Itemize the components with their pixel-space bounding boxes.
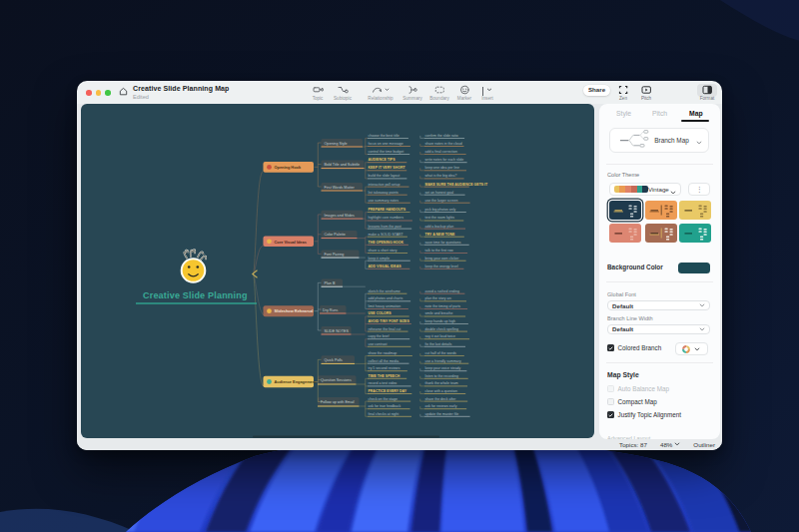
svg-text:SLIDE NOTES: SLIDE NOTES (325, 329, 350, 333)
svg-text:use the larger screen: use the larger screen (425, 199, 458, 203)
svg-text:share the deck after: share the deck after (425, 397, 457, 401)
svg-text:THE OPENING HOOK: THE OPENING HOOK (369, 241, 404, 245)
svg-text:keep the energy level: keep the energy level (425, 265, 458, 268)
svg-text:USE COLORS: USE COLORS (369, 311, 393, 315)
svg-text:Opening Style: Opening Style (325, 142, 348, 146)
svg-text:use summary notes: use summary notes (369, 199, 400, 203)
svg-text:write notes for each slide: write notes for each slide (425, 158, 464, 162)
svg-text:Slideshow Rehearsal: Slideshow Rehearsal (275, 308, 314, 313)
svg-text:limit heavy animation: limit heavy animation (369, 304, 401, 308)
svg-text:AUDIENCE TIPS: AUDIENCE TIPS (369, 158, 397, 162)
svg-text:build the slide layout: build the slide layout (369, 174, 400, 178)
svg-text:say it out loud twice: say it out loud twice (425, 334, 456, 338)
svg-text:highlight core numbers: highlight core numbers (369, 216, 404, 220)
svg-text:pick big photos only: pick big photos only (425, 208, 456, 212)
svg-text:avoid a rushed ending: avoid a rushed ending (425, 289, 459, 293)
svg-text:Creative Slide Planning: Creative Slide Planning (143, 290, 248, 300)
svg-text:interactive poll setup: interactive poll setup (369, 183, 400, 187)
svg-text:note the timing of parts: note the timing of parts (425, 304, 461, 308)
svg-text:close with a question: close with a question (425, 389, 458, 393)
svg-text:use a friendly summary: use a friendly summary (425, 359, 461, 363)
svg-text:set an honest goal: set an honest goal (425, 191, 454, 195)
svg-text:share a short story: share a short story (369, 249, 398, 253)
svg-text:copy the brief: copy the brief (369, 334, 390, 338)
svg-text:thank the whole team: thank the whole team (425, 381, 458, 385)
svg-text:PRACTICE EVERY DAY: PRACTICE EVERY DAY (369, 389, 407, 393)
svg-text:keep your voice steady: keep your voice steady (425, 366, 461, 370)
svg-text:what is the big idea?: what is the big idea? (425, 174, 457, 178)
svg-text:try 5 second reviews: try 5 second reviews (369, 366, 400, 370)
svg-text:AVOID TINY FONT SIZES: AVOID TINY FONT SIZES (369, 319, 410, 323)
svg-text:test the room lights: test the room lights (425, 216, 455, 220)
svg-text:Font Pairing: Font Pairing (325, 253, 345, 257)
svg-text:Images and Slides: Images and Slides (325, 214, 355, 218)
svg-text:confirm the slide ratio: confirm the slide ratio (425, 134, 458, 138)
svg-text:Opening Hook: Opening Hook (275, 165, 302, 170)
svg-text:Color Palette: Color Palette (325, 233, 346, 237)
svg-text:fix the last details: fix the last details (425, 342, 452, 346)
svg-text:ADD VISUAL IDEAS: ADD VISUAL IDEAS (369, 265, 402, 268)
svg-text:show the roadmap: show the roadmap (369, 351, 398, 355)
svg-text:final checks at night: final checks at night (369, 412, 400, 416)
svg-text:talk to the first row: talk to the first row (425, 249, 454, 253)
svg-text:keep hands up high: keep hands up high (425, 319, 456, 323)
svg-text:First Words Matter: First Words Matter (325, 186, 356, 190)
svg-text:lessons from the past: lessons from the past (369, 225, 401, 229)
svg-text:TIME THE SPEECH: TIME THE SPEECH (369, 374, 400, 378)
svg-text:make a SOLID START: make a SOLID START (369, 233, 404, 237)
svg-text:control the time budget: control the time budget (369, 150, 404, 154)
svg-text:Plan B: Plan B (325, 281, 336, 285)
svg-text:plan the story arc: plan the story arc (425, 296, 452, 300)
svg-text:use contrast: use contrast (369, 342, 388, 346)
svg-text:Bold Title and Subtitle: Bold Title and Subtitle (325, 163, 361, 167)
svg-text:ask for reviews early: ask for reviews early (425, 404, 457, 408)
svg-text:MAKE SURE THE AUDIENCE GETS IT: MAKE SURE THE AUDIENCE GETS IT (425, 183, 489, 187)
svg-text:Follow up with Email: Follow up with Email (321, 400, 355, 404)
svg-text:save time for questions: save time for questions (425, 241, 461, 245)
svg-text:Dry Runs: Dry Runs (323, 308, 339, 312)
svg-text:Quick Polls: Quick Polls (325, 358, 344, 362)
svg-text:check on the stage: check on the stage (369, 397, 398, 401)
svg-text:cut half of the words: cut half of the words (425, 351, 457, 355)
svg-text:share notes in the cloud: share notes in the cloud (425, 142, 462, 146)
svg-text:Audience Engagement: Audience Engagement (275, 379, 318, 384)
svg-text:rehearse the final cut: rehearse the final cut (369, 327, 401, 331)
svg-text:TRY A NEW TONE: TRY A NEW TONE (425, 233, 455, 237)
svg-text:choose the best title: choose the best title (369, 134, 400, 138)
svg-text:focus on one message: focus on one message (369, 142, 403, 146)
svg-text:add a final correction: add a final correction (425, 150, 458, 154)
svg-text:keep it simple: keep it simple (369, 257, 390, 261)
svg-text:keep one idea per line: keep one idea per line (425, 166, 459, 170)
svg-text:listen to the recording: listen to the recording (425, 374, 459, 378)
svg-text:PREPARE HANDOUTS: PREPARE HANDOUTS (369, 208, 406, 212)
svg-text:KEEP IT VERY SHORT: KEEP IT VERY SHORT (369, 166, 406, 170)
svg-text:update the master file: update the master file (425, 412, 459, 416)
svg-text:record a test video: record a test video (369, 381, 398, 385)
svg-text:add a backup plan: add a backup plan (425, 225, 454, 229)
svg-text:sketch the wireframe: sketch the wireframe (369, 289, 400, 293)
svg-text:add photos and charts: add photos and charts (369, 296, 403, 300)
svg-text:ask for true feedback: ask for true feedback (369, 404, 401, 408)
svg-text:Core Visual Ideas: Core Visual Ideas (275, 240, 307, 245)
svg-text:bring your own clicker: bring your own clicker (425, 257, 460, 261)
svg-text:collect all the media: collect all the media (369, 359, 400, 363)
svg-text:list takeaway points: list takeaway points (369, 191, 400, 195)
svg-text:smile and breathe: smile and breathe (425, 311, 453, 315)
svg-text:double check spelling: double check spelling (425, 327, 459, 331)
svg-text:Question Sessions: Question Sessions (321, 378, 352, 382)
